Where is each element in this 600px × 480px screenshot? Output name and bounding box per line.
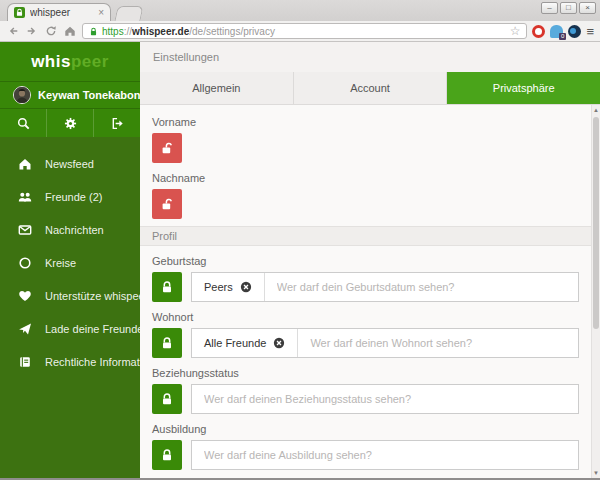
home-browser-icon[interactable] [63, 24, 77, 38]
extension-badge: 0 [559, 33, 566, 40]
field-ausbildung: Ausbildung [152, 423, 579, 470]
lock-icon [160, 336, 174, 350]
unlock-icon [160, 197, 174, 211]
book-icon [18, 355, 32, 369]
wohnort-visibility-input-wrap: Alle Freunde [191, 328, 579, 358]
remove-tag-icon[interactable] [273, 337, 285, 349]
browser-tab[interactable]: whispeer × [7, 3, 111, 21]
wohnort-lock-button[interactable] [152, 328, 182, 358]
field-nachname: Nachname [152, 172, 579, 219]
sidebar: whispeer Keywan Tonekaboni [0, 42, 140, 478]
tab-title: whispeer [30, 7, 98, 18]
beziehungsstatus-lock-button[interactable] [152, 384, 182, 414]
browser-menu-icon[interactable]: ≡ [586, 25, 594, 38]
sign-out-icon [111, 117, 124, 130]
sidebar-icon-row [0, 109, 140, 137]
gear-icon [64, 117, 77, 130]
lock-icon [160, 448, 174, 462]
logout-button[interactable] [94, 109, 140, 137]
user-profile-link[interactable]: Keywan Tonekaboni [0, 82, 140, 109]
reload-icon[interactable] [44, 24, 58, 38]
vorname-unlock-button[interactable] [152, 133, 182, 163]
search-button[interactable] [0, 109, 47, 137]
scroll-up-icon[interactable]: ▲ [592, 105, 600, 115]
field-label: Nachname [152, 172, 579, 185]
field-beziehungsstatus: Beziehungsstatus [152, 367, 579, 414]
wohnort-visibility-input[interactable] [298, 329, 578, 357]
envelope-icon [18, 223, 32, 237]
geburtstag-visibility-input[interactable] [265, 273, 578, 301]
window-controls: – □ × [541, 2, 596, 14]
heart-icon [18, 289, 32, 303]
url-scheme: https [102, 26, 124, 37]
paper-plane-icon [18, 322, 32, 336]
user-name: Keywan Tonekaboni [38, 89, 144, 101]
settings-button[interactable] [47, 109, 94, 137]
page-title: Einstellungen [140, 42, 600, 72]
search-icon [17, 117, 30, 130]
tab-account[interactable]: Account [294, 72, 448, 104]
privacy-extension-icon[interactable] [568, 25, 581, 38]
field-vorname: Vorname [152, 116, 579, 163]
geburtstag-visibility-input-wrap: Peers [191, 272, 579, 302]
ausbildung-visibility-input[interactable] [192, 441, 578, 469]
ghostery-extension-icon[interactable]: 0 [550, 25, 563, 38]
tab-privatsphaere[interactable]: Privatsphäre [447, 72, 600, 104]
circle-icon [18, 256, 32, 270]
new-tab-button[interactable] [114, 6, 143, 21]
bookmark-star-icon[interactable]: ☆ [510, 25, 521, 37]
unlock-icon [160, 141, 174, 155]
ausbildung-lock-button[interactable] [152, 440, 182, 470]
scroll-down-icon[interactable]: ▼ [592, 468, 600, 478]
lock-icon [160, 392, 174, 406]
remove-tag-icon[interactable] [240, 281, 252, 293]
field-label: Beziehungsstatus [152, 367, 579, 380]
section-profil: Profil [140, 226, 591, 246]
window-close-button[interactable]: × [579, 2, 596, 14]
privacy-settings-form: Vorname Nachname Profil [140, 105, 591, 478]
beziehungsstatus-visibility-input[interactable] [192, 385, 578, 413]
sidebar-item-rechtliches[interactable]: Rechtliche Informationen [0, 345, 140, 378]
settings-main: Einstellungen Allgemein Account Privatsp… [140, 42, 600, 478]
browser-window: whispeer × – □ × [0, 0, 600, 480]
nachname-unlock-button[interactable] [152, 189, 182, 219]
content-scrollbar[interactable]: ▲ ▼ [591, 105, 600, 478]
sidebar-item-newsfeed[interactable]: Newsfeed [0, 147, 140, 180]
visibility-tag[interactable]: Peers [192, 273, 265, 301]
avatar [13, 86, 31, 104]
home-icon [18, 157, 32, 171]
browser-toolbar: https://whispeer.de/de/settings/privacy … [0, 21, 600, 42]
tab-bar: whispeer × – □ × [0, 0, 600, 21]
window-minimize-button[interactable]: – [541, 2, 558, 14]
field-label: Vorname [152, 116, 579, 129]
ausbildung-visibility-input-wrap [191, 440, 579, 470]
field-label: Geburtstag [152, 255, 579, 268]
url-bar[interactable]: https://whispeer.de/de/settings/privacy … [82, 23, 527, 39]
adblock-extension-icon[interactable] [532, 25, 545, 38]
back-icon[interactable] [6, 24, 20, 38]
field-geburtstag: Geburtstag Peers [152, 255, 579, 302]
window-maximize-button[interactable]: □ [560, 2, 577, 14]
whispeer-page: whispeer Keywan Tonekaboni [0, 42, 600, 478]
url-path: /de/settings/privacy [189, 26, 275, 37]
friends-icon [18, 190, 32, 204]
field-label: Wohnort [152, 311, 579, 324]
field-label: Ausbildung [152, 423, 579, 436]
geburtstag-lock-button[interactable] [152, 272, 182, 302]
sidebar-item-unterstuetze[interactable]: Unterstütze whispeer [0, 279, 140, 312]
forward-icon[interactable] [25, 24, 39, 38]
sidebar-item-nachrichten[interactable]: Nachrichten [0, 213, 140, 246]
sidebar-item-kreise[interactable]: Kreise [0, 246, 140, 279]
url-text: https://whispeer.de/de/settings/privacy [102, 26, 506, 37]
sidebar-header: whispeer Keywan Tonekaboni [0, 42, 140, 137]
scrollbar-thumb[interactable] [593, 117, 599, 329]
browser-chrome: whispeer × – □ × [0, 0, 600, 42]
sidebar-item-freunde[interactable]: Freunde (2) [0, 180, 140, 213]
visibility-tag[interactable]: Alle Freunde [192, 329, 298, 357]
whispeer-logo[interactable]: whispeer [0, 42, 140, 82]
beziehungsstatus-visibility-input-wrap [191, 384, 579, 414]
sidebar-item-einladen[interactable]: Lade deine Freunde ein [0, 312, 140, 345]
tab-close-icon[interactable]: × [98, 8, 104, 18]
lock-icon [160, 280, 174, 294]
tab-allgemein[interactable]: Allgemein [140, 72, 294, 104]
